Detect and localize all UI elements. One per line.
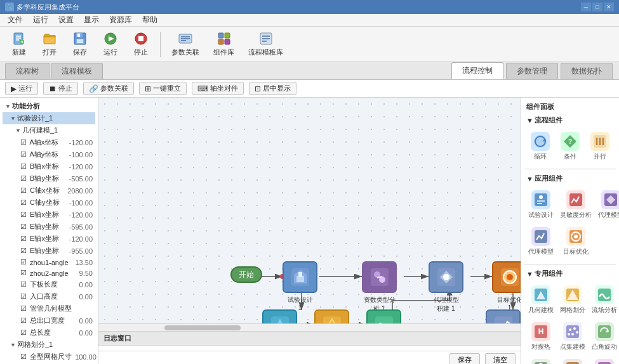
sub-reset-btn[interactable]: ⊞ 一键重立 — [139, 82, 187, 95]
comp-rotate[interactable]: 凸角旋动 — [590, 320, 619, 354]
node-start[interactable]: 开始 — [230, 266, 262, 283]
menu-help[interactable]: 帮助 — [137, 13, 163, 27]
comp-parallel-label: 并行 — [594, 152, 606, 161]
menu-resources[interactable]: 资源库 — [104, 13, 137, 27]
spec-components-grid: 几何建模 网格划分 流场分析 H 对搜热 — [524, 280, 616, 364]
minimize-btn[interactable]: ─ — [581, 3, 591, 11]
open-button[interactable]: 打开 — [36, 28, 63, 60]
sub-focus-label: 居中显示 — [263, 84, 291, 93]
comp-hexmesh[interactable]: 六角网格 — [526, 356, 556, 364]
components-button[interactable]: 组件库 — [208, 28, 240, 60]
comp-condition-label: 条件 — [564, 152, 576, 161]
comp-flowsim[interactable]: 流场分析 — [590, 283, 619, 317]
tree-param-ex2[interactable]: ☑ E轴x坐标 -120.00 — [3, 233, 95, 245]
tree-item-mesh[interactable]: ▼ 网格划分_1 — [3, 339, 95, 351]
tree-param-inlet[interactable]: ☑ 入口高度 0.00 — [3, 290, 95, 302]
comp-sensitivity[interactable]: 灵敏度分析 — [558, 188, 594, 222]
flow-hscroll[interactable] — [98, 323, 521, 331]
tree-param-pipe-geo[interactable]: ☑ 管管几何模型 — [3, 302, 95, 315]
svg-rect-76 — [535, 230, 547, 243]
comp-test-design[interactable]: 试验设计 — [526, 188, 556, 222]
section-app-components[interactable]: ▼ 应用组件 — [524, 172, 616, 185]
tree-param-cy[interactable]: ☑ C轴y坐标 -100.00 — [3, 197, 95, 209]
node-meshgen[interactable]: 网格划分 1 — [314, 309, 349, 323]
tree-item-test-design[interactable]: ▼ 试验设计_1 — [3, 112, 95, 124]
close-btn[interactable]: ✕ — [604, 3, 614, 11]
comp-condition[interactable]: ? 条件 — [556, 129, 583, 164]
menu-file[interactable]: 文件 — [3, 13, 28, 27]
menu-view[interactable]: 显示 — [79, 13, 104, 27]
tree-section-functional[interactable]: ▼ 功能分析 — [3, 100, 95, 112]
tab-flow-tree[interactable]: 流程树 — [5, 63, 50, 79]
tab-params-manage[interactable]: 参数管理 — [506, 63, 558, 79]
tree-param-total-len[interactable]: ☑ 总长度 0.00 — [3, 327, 95, 339]
tree-param-ex[interactable]: ☑ E轴x坐标 -120.00 — [3, 209, 95, 221]
node-proxymodel[interactable]: 代理模型 积建 1 — [429, 261, 463, 313]
tree-label-geo-model: 几何建模_1 — [22, 126, 58, 135]
new-button[interactable]: 新建 — [5, 28, 33, 60]
tree-item-geo-model[interactable]: ▼ 几何建模_1 — [3, 124, 95, 136]
tab-flow-control[interactable]: 流程控制 — [451, 62, 503, 79]
node-proxymodel2[interactable]: 代理模型 积建 1 — [486, 309, 521, 323]
stop-icon — [133, 31, 149, 46]
params-button[interactable]: 参数关联 — [166, 28, 205, 60]
tab-flow-template[interactable]: 流程模板 — [51, 63, 103, 79]
comp-heattrans[interactable]: H 对搜热 — [526, 320, 556, 354]
tree-param-by[interactable]: ☑ B轴y坐标 -505.00 — [3, 172, 95, 185]
sub-run-btn[interactable]: ▶ 运行 — [5, 82, 38, 95]
tree-param-zhou1[interactable]: ☑ zhou1-angle 13.50 — [3, 257, 95, 268]
window-controls[interactable]: ─ □ ✕ — [581, 3, 614, 11]
tree-param-cx[interactable]: ☑ C轴x坐标 2080.00 — [3, 185, 95, 197]
comp-proxy[interactable]: 代理模型 — [596, 188, 619, 222]
tree-param-bx[interactable]: ☑ B轴x坐标 -120.00 — [3, 160, 95, 172]
tree-param-zhou2[interactable]: ☑ zhou2-angle 9.50 — [3, 268, 95, 278]
sub-focus-btn[interactable]: ⊡ 居中显示 — [249, 82, 296, 95]
section-flow-components[interactable]: ▼ 流程组件 — [524, 114, 616, 127]
comp-meshgen[interactable]: 网格划分 — [558, 283, 587, 317]
app-components-grid: 试验设计 灵敏度分析 代理模型 代理模型 — [524, 185, 616, 261]
comp-parallel[interactable]: 并行 — [587, 129, 614, 164]
sub-stop-btn[interactable]: ⏹ 停止 — [43, 82, 78, 95]
tree-label-test-design: 试验设计_1 — [17, 114, 53, 123]
sub-params-btn[interactable]: 🔗 参数关联 — [83, 82, 134, 95]
section-spec-components[interactable]: ▼ 专用组件 — [524, 267, 616, 280]
comp-objective[interactable]: 目标优化 — [558, 224, 594, 259]
comp-loop[interactable]: 循环 — [526, 129, 554, 164]
comp-geomodel[interactable]: 几何建模 — [526, 283, 556, 317]
node-optimize[interactable]: 目标优化 1 — [492, 261, 521, 311]
right-panel-title-label: 组件面板 — [526, 102, 554, 112]
tree-param-ax[interactable]: ☑ A轴x坐标 -120.00 — [3, 136, 95, 148]
title-bar-left: 🔧 多学科应用集成平台 — [5, 3, 79, 12]
maximize-btn[interactable]: □ — [592, 3, 602, 11]
node-dataprocess[interactable]: 资数类型分 析 1 — [362, 261, 397, 313]
tree-param-mesh-global[interactable]: ☑ 全型网格尺寸 100.00 — [3, 351, 95, 363]
comp-engcalc[interactable]: ∑ 工学计算 — [558, 356, 587, 364]
flow-canvas[interactable]: 开始 试验设计 1 资数类型分 析 1 — [98, 98, 521, 323]
stop-button[interactable]: 停止 — [127, 28, 155, 60]
tree-param-ey2[interactable]: ☑ E轴y坐标 -955.00 — [3, 245, 95, 257]
comp-ptcloud[interactable]: 点集建模 — [558, 320, 587, 354]
flowlib-button[interactable]: 流程模板库 — [243, 28, 289, 60]
divider-2 — [524, 264, 616, 264]
comp-proxy2[interactable]: 代理模型 — [526, 224, 556, 259]
tree-param-board[interactable]: ☑ 下板长度 0.00 — [3, 278, 95, 290]
params-label: 参数关联 — [171, 48, 199, 57]
clear-log-btn[interactable]: 清空 — [485, 353, 516, 364]
node-geomodel[interactable]: 几何建模 1 — [262, 309, 297, 323]
run-button[interactable]: 运行 — [97, 28, 124, 60]
components-label: 组件库 — [213, 48, 234, 57]
node-experiment[interactable]: 试验设计 1 — [283, 261, 317, 311]
main-content: ▼ 功能分析 ▼ 试验设计_1 ▼ 几何建模_1 ☑ A轴x坐标 -120.00… — [0, 98, 619, 364]
tree-param-outlet[interactable]: ☑ 总出口宽度 0.00 — [3, 315, 95, 327]
menu-settings[interactable]: 设置 — [53, 13, 79, 27]
save-button[interactable]: 保存 — [66, 28, 94, 60]
sub-shortcut-btn[interactable]: ⌨ 轴坐对件 — [192, 82, 244, 95]
node-flowsim[interactable]: 流场分析 1 — [366, 309, 401, 323]
param-check-bx: ☑ — [20, 162, 27, 171]
tree-param-ay[interactable]: ☑ A轴y坐标 -100.00 — [3, 148, 95, 160]
comp-matlib[interactable]: 矩阵施载 — [590, 356, 619, 364]
tree-param-ey[interactable]: ☑ E轴y坐标 -595.00 — [3, 221, 95, 233]
save-log-btn[interactable]: 保存 — [449, 353, 480, 364]
menu-run[interactable]: 运行 — [28, 13, 53, 27]
tab-data-topology[interactable]: 数据拓扑 — [561, 63, 613, 79]
